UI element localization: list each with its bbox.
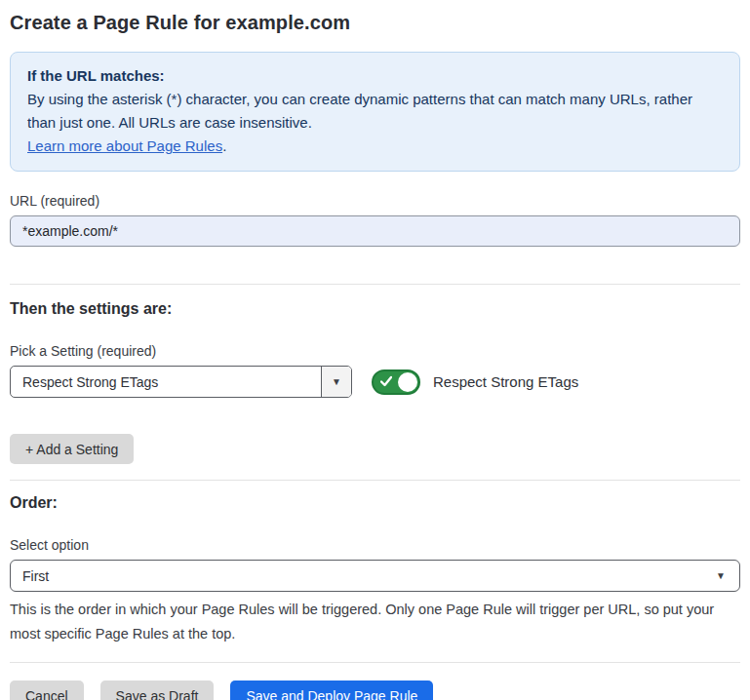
chevron-down-icon: ▼ <box>716 570 726 581</box>
toggle-label: Respect Strong ETags <box>433 373 578 390</box>
form-actions: Cancel Save as Draft Save and Deploy Pag… <box>10 681 740 700</box>
info-box-heading: If the URL matches: <box>27 64 723 88</box>
setting-dropdown-arrow-box[interactable]: ▼ <box>321 367 351 397</box>
save-and-deploy-button[interactable]: Save and Deploy Page Rule <box>230 681 433 700</box>
order-section-heading: Order: <box>10 494 740 512</box>
divider <box>10 662 740 663</box>
save-as-draft-button[interactable]: Save as Draft <box>100 681 215 700</box>
link-suffix: . <box>222 137 226 154</box>
url-field-label: URL (required) <box>10 193 740 209</box>
add-setting-button[interactable]: + Add a Setting <box>10 434 134 464</box>
chevron-down-icon: ▼ <box>332 376 341 387</box>
setting-dropdown-value: Respect Strong ETags <box>11 367 321 397</box>
settings-section-heading: Then the settings are: <box>10 300 740 318</box>
create-page-rule-form: Create a Page Rule for example.com If th… <box>0 0 750 700</box>
setting-dropdown[interactable]: Respect Strong ETags ▼ <box>10 366 352 398</box>
setting-row: Respect Strong ETags ▼ Respect Strong ET… <box>10 366 740 398</box>
respect-strong-etags-toggle[interactable] <box>372 369 420 395</box>
learn-more-link[interactable]: Learn more about Page Rules <box>27 137 222 154</box>
order-dropdown-value: First <box>22 568 49 584</box>
order-select-label: Select option <box>10 537 740 553</box>
url-match-info-box: If the URL matches: By using the asteris… <box>10 52 740 172</box>
page-title: Create a Page Rule for example.com <box>10 12 740 34</box>
pick-setting-label: Pick a Setting (required) <box>10 343 740 359</box>
check-icon <box>380 375 392 387</box>
divider <box>10 480 740 481</box>
divider <box>10 284 740 285</box>
info-box-body: By using the asterisk (*) character, you… <box>27 88 723 135</box>
url-input[interactable] <box>10 215 740 247</box>
toggle-knob[interactable] <box>398 372 417 392</box>
toggle-group: Respect Strong ETags <box>372 369 578 395</box>
info-box-link-line: Learn more about Page Rules. <box>27 135 723 158</box>
order-dropdown[interactable]: First ▼ <box>10 560 740 592</box>
cancel-button[interactable]: Cancel <box>10 681 84 700</box>
order-help-text: This is the order in which your Page Rul… <box>10 598 740 646</box>
